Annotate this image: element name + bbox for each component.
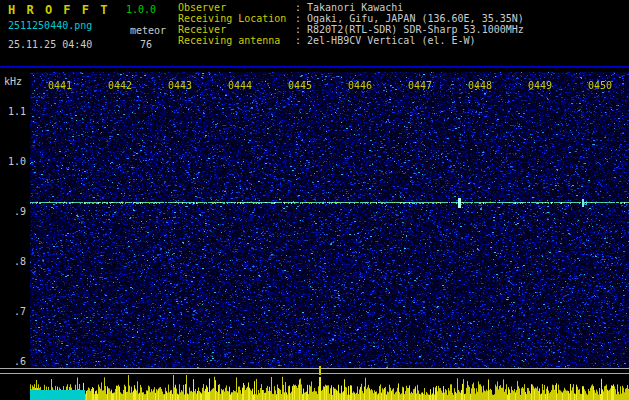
time-marker-tick (319, 366, 321, 375)
time-tick-label: 0442 (107, 81, 133, 91)
time-tick-label: 0443 (167, 81, 193, 91)
time-tick-label: 0446 (347, 81, 373, 91)
time-tick-label: 0448 (467, 81, 493, 91)
freq-tick-label: .8 (0, 257, 26, 267)
time-tick-label: 0444 (227, 81, 253, 91)
station-info: Observer:Takanori Kawachi Receiving Loca… (178, 3, 524, 47)
info-label: Observer (178, 3, 295, 13)
time-tick-label: 0441 (47, 81, 73, 91)
output-filename: 2511250440.png (8, 21, 92, 31)
info-value: Takanori Kawachi (301, 2, 403, 13)
hrofft-output-screen: H R O F F T 1.0.0 2511250440.png meteor … (0, 0, 629, 400)
freq-tick-label: .9 (0, 207, 26, 217)
info-value: Ogaki, Gifu, JAPAN (136.60E, 35.35N) (301, 13, 524, 24)
freq-tick-label: .6 (0, 357, 26, 367)
level-scale-line-upper (0, 368, 629, 369)
freq-tick-label: 1.1 (0, 107, 26, 117)
observation-mode-label: meteor (130, 26, 166, 36)
app-version: 1.0.0 (126, 5, 156, 15)
info-label: Receiving Location (178, 14, 295, 24)
freq-tick-label: .7 (0, 307, 26, 317)
freq-tick-label: 1.0 (0, 157, 26, 167)
info-value: 2el-HB9CV Vertical (el. E-W) (301, 35, 476, 46)
time-tick-label: 0449 (527, 81, 553, 91)
frequency-unit-label: kHz (4, 77, 22, 87)
time-tick-label: 0445 (287, 81, 313, 91)
level-marker-block (30, 390, 85, 400)
info-value: R820T2(RTL-SDR) SDR-Sharp 53.1000MHz (301, 24, 524, 35)
app-title: H R O F F T (8, 4, 109, 16)
level-scale-line-lower (0, 373, 629, 374)
info-label: Receiver (178, 25, 295, 35)
time-tick-label: 0450 (587, 81, 613, 91)
spectrogram-canvas (30, 72, 629, 368)
header-separator-line (0, 66, 629, 68)
info-label: Receiving antenna (178, 36, 295, 46)
info-row-antenna: Receiving antenna:2el-HB9CV Vertical (el… (178, 36, 524, 47)
time-tick-label: 0447 (407, 81, 433, 91)
observation-datetime: 25.11.25 04:40 (8, 40, 92, 50)
echo-count: 76 (140, 40, 152, 50)
level-canvas (30, 375, 629, 400)
